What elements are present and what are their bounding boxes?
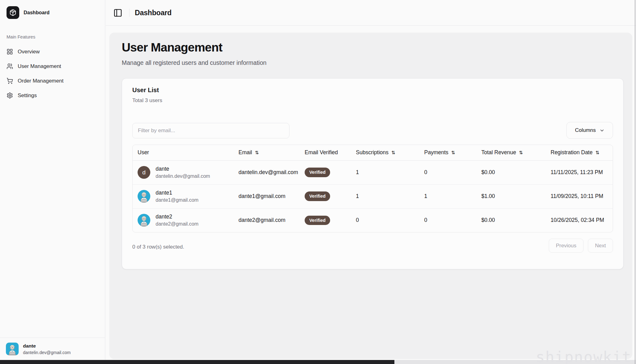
card-title: User List (132, 87, 159, 94)
user-account-email: dante2@gmail.com (156, 221, 198, 227)
page-subtitle: Manage all registered users and customer… (122, 59, 266, 66)
gear-icon (7, 92, 13, 99)
panel-left-icon (113, 8, 122, 17)
cell-email: dantelin.dev@gmail.com (234, 160, 300, 184)
cell-registration-date: 11/09/2025, 10:11 PM (546, 184, 613, 208)
sidebar-logo[interactable]: Dashboard (0, 0, 105, 25)
table-row[interactable]: dante2 dante2@gmail.com dante2@gmail.com… (133, 208, 613, 232)
cell-total-revenue: $0.00 (476, 208, 546, 232)
user-avatar (138, 190, 150, 203)
column-header-registration-date[interactable]: Registration Date ⇅ (546, 145, 613, 160)
column-header-email-verified: Email Verified (300, 145, 351, 160)
cell-subscriptions: 0 (351, 208, 419, 232)
cell-email: dante1@gmail.com (234, 184, 300, 208)
table-row[interactable]: d dante dantelin.dev@gmail.com dantelin.… (133, 160, 613, 184)
column-header-total-revenue[interactable]: Total Revenue ⇅ (476, 145, 546, 160)
topbar: Dashboard (106, 0, 636, 26)
selection-status: 0 of 3 row(s) selected. (132, 244, 184, 250)
verified-badge: Verified (305, 216, 330, 225)
sidebar-item-label: User Management (18, 63, 61, 70)
sidebar-user[interactable]: dante dantelin.dev@gmail.com (0, 338, 105, 360)
arrow-up-down-icon[interactable]: ⇅ (255, 150, 259, 155)
pagination: Previous Next (549, 239, 613, 253)
cell-payments: 0 (419, 160, 476, 184)
user-avatar: d (138, 166, 150, 179)
cell-email: dante2@gmail.com (234, 208, 300, 232)
sidebar: Dashboard Main Features Overview User Ma… (0, 0, 105, 360)
cartoon-avatar-image (6, 343, 19, 355)
arrow-up-down-icon[interactable]: ⇅ (391, 150, 395, 155)
cart-icon (7, 78, 13, 84)
column-header-subscriptions[interactable]: Subscriptions ⇅ (351, 145, 419, 160)
cart-icon (7, 78, 13, 84)
cartoon-avatar-image (138, 190, 150, 203)
watermark: shipnowkit (536, 348, 632, 364)
column-header-payments[interactable]: Payments ⇅ (419, 145, 476, 160)
arrow-up-down-icon[interactable]: ⇅ (519, 150, 523, 155)
sidebar-user-name: dante (23, 343, 71, 349)
arrow-up-down-icon[interactable]: ⇅ (595, 150, 599, 155)
user-name: dante1 (156, 190, 198, 196)
chevron-down-icon (599, 128, 605, 133)
sidebar-section-label: Main Features (0, 34, 105, 39)
cell-registration-date: 11/11/2025, 11:23 PM (546, 160, 613, 184)
user-account-email: dantelin.dev@gmail.com (156, 173, 210, 179)
column-header-user: User (133, 145, 234, 160)
arrow-up-down-icon[interactable]: ⇅ (451, 150, 455, 155)
user-name: dante2 (156, 213, 198, 220)
verified-badge: Verified (305, 191, 330, 201)
gear-icon (7, 92, 13, 99)
sidebar-item-overview[interactable]: Overview (0, 44, 105, 59)
table-row[interactable]: dante1 dante1@gmail.com dante1@gmail.com… (133, 184, 613, 208)
sidebar-item-order-management[interactable]: Order Management (0, 74, 105, 88)
page-title: User Management (122, 41, 222, 54)
sidebar-item-user-management[interactable]: User Management (0, 59, 105, 74)
table-header-row: User Email ⇅ Email Verified Subscription… (133, 145, 613, 160)
users-table: User Email ⇅ Email Verified Subscription… (132, 145, 613, 232)
filter-email-input[interactable] (132, 123, 289, 138)
cell-payments: 0 (419, 208, 476, 232)
cell-subscriptions: 1 (351, 160, 419, 184)
next-page-button[interactable]: Next (588, 239, 613, 253)
card-subtitle: Total 3 users (132, 97, 162, 104)
users-icon (7, 63, 13, 70)
user-account-email: dante1@gmail.com (156, 197, 198, 203)
sidebar-user-email: dantelin.dev@gmail.com (23, 350, 71, 355)
user-avatar (138, 214, 150, 227)
package-icon (7, 6, 19, 19)
verified-badge: Verified (305, 168, 330, 177)
cell-subscriptions: 1 (351, 184, 419, 208)
sidebar-item-label: Overview (18, 49, 40, 55)
main-panel: User Management Manage all registered us… (109, 33, 632, 359)
window-right-edge (635, 0, 635, 364)
sidebar-toggle-button[interactable] (111, 7, 124, 19)
cell-total-revenue: $0.00 (476, 160, 546, 184)
grid-icon (7, 48, 13, 55)
cartoon-avatar-image (138, 214, 150, 227)
bottom-strip-dark (0, 360, 394, 364)
columns-button-label: Columns (575, 127, 596, 133)
sidebar-item-label: Order Management (18, 78, 63, 84)
cell-registration-date: 10/26/2025, 02:34 PM (546, 208, 613, 232)
sidebar-item-settings[interactable]: Settings (0, 88, 105, 103)
cell-total-revenue: $1.00 (476, 184, 546, 208)
sidebar-nav: Overview User Management Order Managemen… (0, 44, 105, 103)
topbar-separator (129, 9, 129, 17)
topbar-title: Dashboard (135, 9, 171, 17)
cell-payments: 1 (419, 184, 476, 208)
user-name: dante (156, 166, 210, 172)
columns-dropdown-button[interactable]: Columns (566, 122, 613, 139)
user-avatar-image (6, 343, 19, 355)
sidebar-logo-label: Dashboard (24, 10, 50, 16)
users-icon (7, 63, 13, 70)
user-list-card: User List Total 3 users Columns User Ema… (122, 78, 624, 269)
sidebar-item-label: Settings (18, 92, 37, 99)
grid-icon (7, 48, 13, 55)
previous-page-button[interactable]: Previous (549, 239, 584, 253)
column-header-email[interactable]: Email ⇅ (234, 145, 300, 160)
